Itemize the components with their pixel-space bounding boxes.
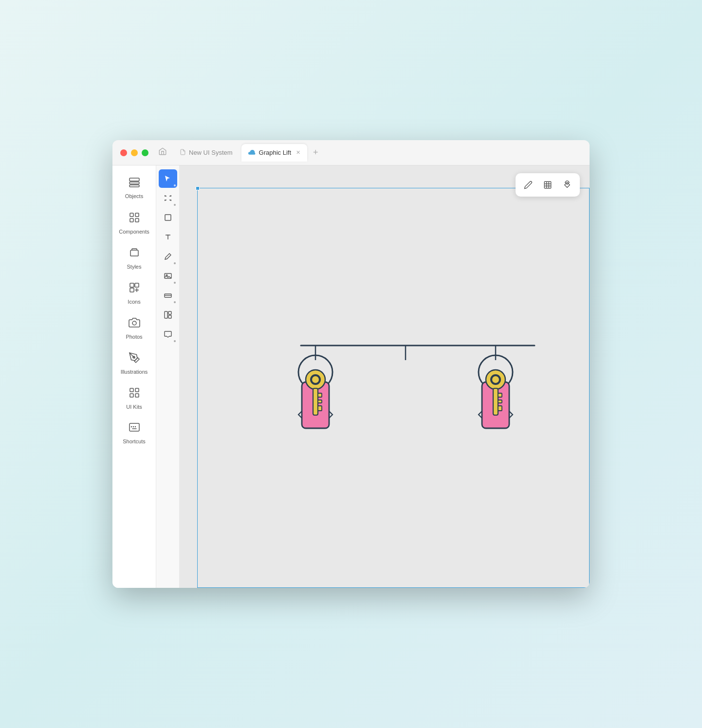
canvas-pencil-tool[interactable] xyxy=(519,176,537,194)
styles-icon xyxy=(129,247,140,261)
objects-label: Objects xyxy=(125,193,143,199)
svg-point-43 xyxy=(312,376,319,383)
components-label: Components xyxy=(119,229,149,235)
svg-rect-6 xyxy=(135,218,139,222)
sidebar-item-shortcuts[interactable]: Shortcuts xyxy=(115,417,154,450)
select-tool[interactable] xyxy=(159,169,177,188)
tab-graphic-lift[interactable]: Graphic Lift ✕ xyxy=(241,144,307,162)
svg-rect-47 xyxy=(318,406,322,411)
icons-icon xyxy=(129,282,140,296)
tab-add-button[interactable]: + xyxy=(309,146,322,160)
icons-label: Icons xyxy=(128,299,140,305)
keys-illustration xyxy=(272,307,554,462)
svg-rect-1 xyxy=(129,182,139,184)
photos-label: Photos xyxy=(126,334,142,340)
objects-icon xyxy=(129,177,140,191)
canvas-diamond-tool[interactable] xyxy=(558,176,576,194)
components-icon xyxy=(129,212,140,226)
shortcuts-icon xyxy=(129,422,140,436)
svg-rect-8 xyxy=(130,283,134,287)
photos-icon xyxy=(129,317,140,331)
svg-rect-10 xyxy=(130,288,134,292)
active-tab-label: Graphic Lift xyxy=(259,149,291,156)
svg-rect-32 xyxy=(544,182,551,188)
svg-rect-14 xyxy=(135,388,139,392)
sidebar-item-illustrations[interactable]: Illustrations xyxy=(115,346,154,380)
svg-rect-13 xyxy=(130,388,133,392)
svg-rect-55 xyxy=(498,400,502,403)
sidebar-item-icons[interactable]: Icons xyxy=(115,276,154,309)
illustration-area xyxy=(272,307,554,462)
maximize-button[interactable] xyxy=(142,149,148,156)
svg-rect-54 xyxy=(498,393,502,397)
svg-rect-22 xyxy=(165,215,171,220)
svg-rect-4 xyxy=(135,213,139,217)
svg-rect-0 xyxy=(129,178,139,181)
svg-rect-16 xyxy=(135,394,139,397)
comment-tool[interactable] xyxy=(159,325,177,344)
sidebar-item-components[interactable]: Components xyxy=(115,206,154,239)
illustrations-icon xyxy=(129,352,140,366)
styles-label: Styles xyxy=(127,264,142,270)
svg-rect-44 xyxy=(313,388,318,415)
sidebar-item-styles[interactable]: Styles xyxy=(115,241,154,274)
svg-rect-31 xyxy=(168,315,171,318)
titlebar: New UI System Graphic Lift ✕ + xyxy=(112,140,590,165)
layout-tool[interactable] xyxy=(159,306,177,324)
sidebar-item-uikits[interactable]: UI Kits xyxy=(115,382,154,415)
svg-rect-5 xyxy=(130,218,133,222)
svg-rect-46 xyxy=(318,400,322,403)
minimize-button[interactable] xyxy=(131,149,138,156)
svg-point-52 xyxy=(492,376,499,383)
tab-close-icon[interactable]: ✕ xyxy=(296,149,300,156)
active-tab-cloud-icon xyxy=(248,149,256,157)
home-icon[interactable] xyxy=(158,147,167,158)
illustrations-label: Illustrations xyxy=(121,369,148,375)
app-window: New UI System Graphic Lift ✕ + xyxy=(112,140,590,588)
inactive-tab-icon xyxy=(180,149,186,157)
rect-tool[interactable] xyxy=(159,208,177,227)
tab-bar: New UI System Graphic Lift ✕ + xyxy=(173,144,582,162)
traffic-lights xyxy=(120,149,148,156)
sidebar-item-objects[interactable]: Objects xyxy=(115,171,154,204)
svg-rect-56 xyxy=(498,406,502,411)
widget-tool[interactable] xyxy=(159,286,177,305)
svg-rect-34 xyxy=(565,182,570,188)
tab-new-ui-system[interactable]: New UI System xyxy=(173,144,240,162)
main-area: Objects Components xyxy=(112,165,590,588)
selection-handle xyxy=(196,186,200,190)
svg-rect-3 xyxy=(130,213,133,217)
svg-rect-45 xyxy=(318,393,322,397)
svg-rect-17 xyxy=(129,423,139,431)
svg-rect-2 xyxy=(129,185,139,187)
artboard-tool[interactable] xyxy=(159,189,177,207)
svg-rect-15 xyxy=(130,394,133,397)
left-sidebar: Objects Components xyxy=(112,165,156,588)
svg-rect-53 xyxy=(493,388,498,415)
pen-tool[interactable] xyxy=(159,247,177,266)
text-tool[interactable] xyxy=(159,228,177,246)
close-button[interactable] xyxy=(120,149,127,156)
canvas-frame-tool[interactable] xyxy=(539,176,556,194)
svg-rect-30 xyxy=(168,311,171,314)
tool-panel xyxy=(156,165,180,588)
canvas-toolbar xyxy=(516,173,580,197)
svg-rect-29 xyxy=(165,311,167,318)
shortcuts-label: Shortcuts xyxy=(123,438,145,444)
canvas-area[interactable] xyxy=(180,165,590,588)
inactive-tab-label: New UI System xyxy=(189,149,233,156)
svg-point-11 xyxy=(132,321,136,325)
uikits-icon xyxy=(129,387,140,401)
svg-rect-9 xyxy=(135,283,139,287)
uikits-label: UI Kits xyxy=(126,404,142,410)
sidebar-item-photos[interactable]: Photos xyxy=(115,311,154,345)
image-tool[interactable] xyxy=(159,267,177,285)
